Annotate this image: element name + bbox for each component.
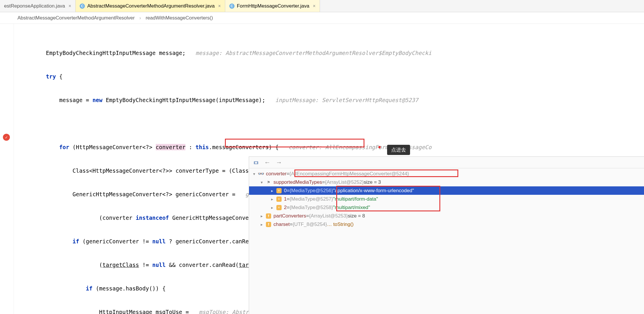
watch-icon: 👓 xyxy=(258,171,264,176)
inline-hint: inputMessage: ServletServerHttpRequest@5… xyxy=(275,97,418,103)
code-line[interactable] xyxy=(14,120,644,128)
tab-form-http-converter[interactable]: C FormHttpMessageConverter.java × xyxy=(225,0,320,12)
gutter[interactable] xyxy=(0,24,14,314)
var-row-converter[interactable]: ▾ 👓 converter = {AllEncompassingFormHttp… xyxy=(249,170,644,178)
debug-toolbar: ← → xyxy=(249,157,644,168)
code-line[interactable]: for (HttpMessageConverter<?> converter :… xyxy=(14,143,644,151)
java-class-icon: C xyxy=(80,3,85,9)
tab-label: estReponseApplication.java xyxy=(4,3,65,9)
var-row-media-type-2[interactable]: ▸ ≡ 2 = {MediaType@5258} "multipart/mixe… xyxy=(249,203,644,212)
code-line[interactable]: EmptyBodyCheckingHttpInputMessage messag… xyxy=(14,49,644,57)
callout-text: 点进去 xyxy=(391,147,406,153)
variable-tree[interactable]: ▾ 👓 converter = {AllEncompassingFormHttp… xyxy=(249,168,644,230)
annotation-callout: 点进去 xyxy=(387,145,410,155)
forward-arrow-icon[interactable]: → xyxy=(276,159,282,166)
breadcrumb-method[interactable]: readWithMessageConverters() xyxy=(146,15,213,21)
close-icon[interactable]: × xyxy=(313,3,315,9)
var-row-supported-media-types[interactable]: ▾ ⚑ supportedMediaTypes = {ArrayList@525… xyxy=(249,178,644,186)
tab-label: AbstractMessageConverterMethodArgumentRe… xyxy=(87,3,214,9)
debug-variables-panel: ← → ▾ 👓 converter = {AllEncompassingForm… xyxy=(249,156,644,314)
inline-hint: converter: AllEncompassingFormHttpMessag… xyxy=(289,144,432,150)
chevron-right-icon[interactable]: ▸ xyxy=(261,222,266,227)
element-icon: ≡ xyxy=(276,205,282,210)
var-row-media-type-0[interactable]: ▸ ≡ 0 = {MediaType@5256} "application/x-… xyxy=(249,186,644,195)
var-row-charset[interactable]: ▸ f charset = {UTF_8@5254} … toString() xyxy=(249,220,644,229)
flag-icon: ⚑ xyxy=(266,180,271,185)
annotation-dot xyxy=(378,146,381,148)
inline-hint: message: AbstractMessageConverterMethodA… xyxy=(196,50,432,56)
var-row-media-type-1[interactable]: ▸ ≡ 1 = {MediaType@5257} "multipart/form… xyxy=(249,195,644,203)
field-icon: f xyxy=(266,222,271,227)
close-icon[interactable]: × xyxy=(218,3,221,9)
tab-est-response[interactable]: estReponseApplication.java × xyxy=(0,0,76,12)
breadcrumb-class[interactable]: AbstractMessageConverterMethodArgumentRe… xyxy=(17,15,135,21)
chevron-right-icon[interactable]: ▸ xyxy=(261,214,266,218)
field-icon: f xyxy=(266,213,271,219)
breadcrumb: AbstractMessageConverterMethodArgumentRe… xyxy=(0,12,644,24)
var-row-part-converters[interactable]: ▸ f partConverters = {ArrayList@5253} si… xyxy=(249,212,644,220)
java-class-icon: C xyxy=(229,3,235,9)
camera-icon[interactable] xyxy=(253,160,259,165)
chevron-right-icon[interactable]: ▸ xyxy=(271,205,276,210)
breakpoint-icon[interactable] xyxy=(3,134,10,141)
chevron-down-icon[interactable]: ▾ xyxy=(261,180,266,185)
close-icon[interactable]: × xyxy=(69,3,71,9)
chevron-right-icon[interactable]: ▸ xyxy=(271,197,276,201)
editor-tabs: estReponseApplication.java × C AbstractM… xyxy=(0,0,644,12)
element-icon: ≡ xyxy=(276,197,282,202)
tab-abstract-resolver[interactable]: C AbstractMessageConverterMethodArgument… xyxy=(76,0,225,12)
chevron-right-icon[interactable]: ▸ xyxy=(271,188,276,193)
code-line[interactable]: try { xyxy=(14,73,644,81)
element-icon: ≡ xyxy=(276,188,282,193)
back-arrow-icon[interactable]: ← xyxy=(264,159,271,166)
code-line[interactable]: message = new EmptyBodyCheckingHttpInput… xyxy=(14,96,644,104)
chevron-right-icon: › xyxy=(139,15,141,21)
svg-point-1 xyxy=(255,162,257,164)
tab-label: FormHttpMessageConverter.java xyxy=(237,3,309,9)
